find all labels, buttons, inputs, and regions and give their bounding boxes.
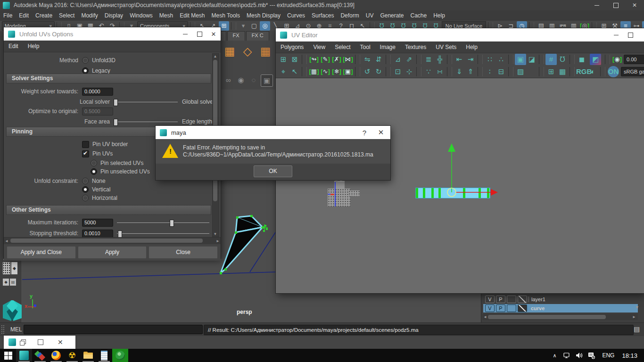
help-icon[interactable]: ? [357, 126, 372, 139]
front-faces-icon[interactable]: ◼ [576, 54, 587, 65]
taskbar-earth-icon[interactable] [112, 349, 128, 362]
rotate-cw-icon[interactable]: ↻ [373, 66, 384, 77]
exposure-icon[interactable]: ◉ [611, 54, 623, 65]
menu-select[interactable]: Select [56, 10, 78, 21]
shelf-tab-fx-caching[interactable]: FX C [246, 31, 269, 41]
shelf-tab-fx[interactable]: FX [227, 31, 245, 41]
radio-pin-unselected-uvs[interactable] [91, 168, 97, 175]
unfold-uv-icon[interactable]: ∿ [320, 66, 331, 77]
menu-deform[interactable]: Deform [337, 10, 362, 21]
start-button[interactable] [0, 349, 16, 362]
uv-menu-select[interactable]: Select [330, 44, 355, 50]
radio-legacy[interactable] [82, 67, 89, 74]
scroll-right-icon[interactable]: ► [216, 239, 220, 243]
menu-mesh[interactable]: Mesh [156, 10, 176, 21]
language-indicator[interactable]: ENG [597, 352, 619, 359]
uv-separate-icon[interactable]: ⋈ [342, 54, 354, 65]
flip-vertical-icon[interactable]: ⇵ [373, 54, 384, 65]
soft-select-icon[interactable]: ◉ [235, 74, 247, 86]
layer-name[interactable]: curve [528, 305, 545, 311]
pixel-snap-icon[interactable]: ℧ [557, 54, 568, 65]
uv-menu-polygons[interactable]: Polygons [276, 44, 308, 50]
taskbar-firefox-icon[interactable] [48, 349, 64, 362]
maximize-button[interactable] [623, 29, 637, 41]
highlight-selection-icon[interactable]: ◎ [260, 21, 270, 31]
spacer[interactable] [526, 66, 537, 77]
apply-and-close-button[interactable]: Apply and Close [7, 246, 76, 259]
uv-copy-icon[interactable]: ⊠ [289, 54, 300, 65]
uv-move-sew-icon[interactable]: ↬ [308, 54, 320, 65]
center-pivot-icon[interactable]: ⊹ [404, 66, 415, 77]
taskbar-folder-icon[interactable] [80, 349, 96, 362]
pin-uv-icon[interactable]: ❄ [331, 66, 342, 77]
taskbar-rdp-icon[interactable] [32, 349, 48, 362]
uv-menu-view[interactable]: View [308, 44, 330, 50]
layer-display-type-toggle[interactable] [507, 304, 516, 312]
alpha-channel-icon[interactable]: ◐ [587, 66, 599, 77]
match-uvs-icon[interactable]: ∺ [434, 66, 446, 77]
volume-icon[interactable] [573, 349, 585, 362]
horizontal-scrollbar[interactable]: ◄ ► [4, 237, 221, 244]
uv-editor-canvas[interactable] [276, 78, 644, 293]
menu-edit[interactable]: Edit [16, 10, 32, 21]
unfold-menu-help[interactable]: Help [23, 43, 44, 49]
exposure-field[interactable]: 0.00 [624, 55, 644, 64]
scroll-down-icon[interactable]: ▼ [213, 232, 218, 236]
stopping-threshold-slider[interactable] [117, 230, 209, 237]
minimize-button[interactable] [587, 0, 606, 10]
restore-icon[interactable] [20, 339, 25, 345]
distribute-u-icon[interactable]: ∷ [484, 54, 495, 65]
stopping-threshold-field[interactable] [82, 230, 113, 238]
radio-unfold3d[interactable] [82, 57, 89, 64]
tray-expand-icon[interactable]: ∧ [548, 349, 561, 362]
ok-button[interactable]: OK [254, 165, 292, 177]
shelf-poly-grid-icon[interactable]: ▦ [257, 43, 273, 59]
radio-constraint-vertical[interactable] [82, 186, 89, 193]
align-max-v-icon[interactable]: ⇑ [465, 66, 476, 77]
menu-file[interactable]: File [0, 10, 16, 21]
checker-tile-icon[interactable]: ▦ [557, 66, 568, 77]
menu-cache[interactable]: Cache [407, 10, 430, 21]
menu-mesh-tools[interactable]: Mesh Tools [208, 10, 243, 21]
unfold-menu-edit[interactable]: Edit [4, 43, 23, 49]
layers-horizontal-scrollbar[interactable]: ◄ ► [482, 314, 638, 320]
target-weld-icon[interactable]: ⌖ [278, 66, 289, 77]
snap-options-arrow-icon[interactable]: ▾ [238, 21, 248, 31]
menu-edit-mesh[interactable]: Edit Mesh [176, 10, 208, 21]
layer-row-selected[interactable]: V P curve [483, 304, 638, 313]
uv-smudge-icon[interactable]: ✎ [320, 54, 331, 65]
taskbar-notepad-icon[interactable] [96, 349, 112, 362]
layer-color-swatch[interactable] [518, 296, 527, 303]
sew-uv-icon[interactable]: ▣ [342, 66, 354, 77]
align-min-v-icon[interactable]: ⇓ [454, 66, 465, 77]
scroll-left-icon[interactable]: ◄ [483, 315, 487, 319]
drag-handle[interactable] [1, 325, 5, 334]
shelf-poly-cube-icon[interactable]: ◇ [239, 43, 256, 59]
scroll-right-icon[interactable]: ► [632, 315, 636, 319]
layout-uv-icon[interactable]: ≣ [423, 54, 434, 65]
reflection-icon[interactable]: ▣ [261, 74, 273, 87]
max-iterations-field[interactable] [82, 219, 113, 227]
radio-pin-selected-uvs[interactable] [91, 160, 97, 166]
close-icon[interactable]: ✕ [206, 28, 221, 40]
menu-windows[interactable]: Windows [126, 10, 156, 21]
uv-lattice-icon[interactable]: ⊞ [278, 54, 289, 65]
action-center-icon[interactable] [585, 349, 597, 362]
layer-playback-toggle[interactable]: P [496, 296, 505, 303]
select-shell-icon[interactable]: ↖ [289, 66, 300, 77]
snap-together-icon[interactable]: ∵ [423, 66, 434, 77]
other-settings-header[interactable]: Other Settings [6, 205, 211, 215]
unitize-uv-icon[interactable]: ⊟ [495, 66, 507, 77]
menu-surfaces[interactable]: Surfaces [308, 10, 337, 21]
pivot-uv-icon[interactable]: ⊡ [392, 66, 404, 77]
shelf-poly-plane-icon[interactable]: ▦ [222, 43, 238, 59]
normalize-uv-icon[interactable]: ∶ [484, 66, 495, 77]
menu-curves[interactable]: Curves [284, 10, 308, 21]
radio-constraint-none[interactable] [82, 178, 89, 184]
view-border-icon[interactable]: ⊞ [545, 66, 557, 77]
close-button[interactable]: Close [149, 246, 218, 259]
move-manipulator[interactable] [443, 141, 504, 200]
menu-generate[interactable]: Generate [377, 10, 407, 21]
layer-visibility-toggle[interactable]: V [485, 296, 495, 303]
script-editor-icon[interactable]: ▤ [634, 325, 640, 333]
